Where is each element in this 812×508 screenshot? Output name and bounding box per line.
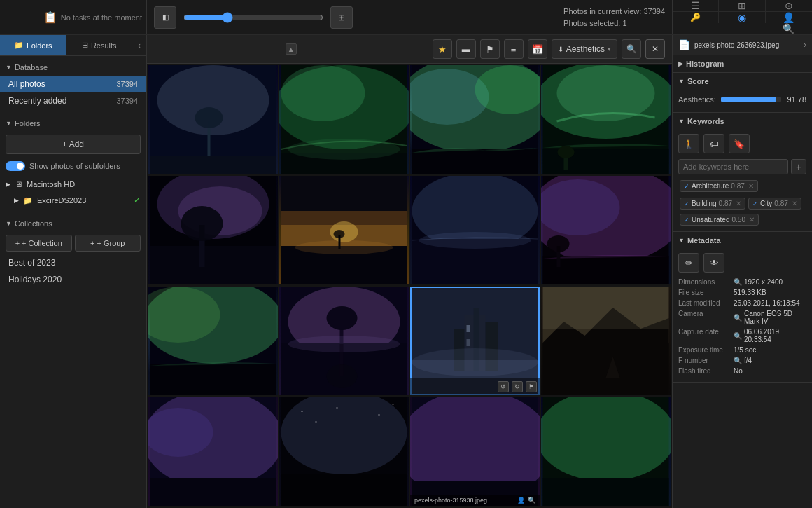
add-group-icon: + — [90, 239, 94, 247]
photo-item-7[interactable] — [410, 176, 540, 284]
camera-text: Canon EOS 5D Mark IV — [744, 310, 806, 325]
svg-rect-42 — [543, 256, 669, 284]
nav-key-icon[interactable]: 🔑 — [673, 12, 719, 23]
overlay-search-icon[interactable]: 🔍 — [528, 497, 536, 504]
city-remove-btn[interactable]: ✕ — [792, 200, 797, 207]
photo-rotate-right-btn[interactable]: ↻ — [512, 381, 523, 392]
photo-item-4[interactable] — [541, 65, 671, 174]
search-button[interactable]: 🔍 — [622, 39, 641, 59]
sidebar-item-recently-added[interactable]: Recently added 37394 — [0, 92, 146, 109]
nav-people-icon[interactable]: 👤 — [766, 12, 812, 23]
list-view-button[interactable]: ≡ — [504, 39, 524, 59]
sidebar-tabs: 📁 Folders ⊞ Results ‹ — [0, 35, 146, 56]
metadata-header[interactable]: ▼ Metadata — [673, 232, 812, 249]
photo-info-btn[interactable]: ⚑ — [526, 381, 537, 392]
add-collection-label: + Collection — [22, 239, 62, 247]
photo-item-5[interactable] — [148, 176, 278, 284]
photo-item-6[interactable] — [279, 176, 409, 284]
keyword-bookmark-icon-btn[interactable]: 🔖 — [729, 134, 750, 153]
f-number-label: F number — [678, 357, 731, 364]
keyword-tag-icon-btn[interactable]: 🏷 — [704, 134, 724, 153]
aesthetics-dropdown[interactable]: ⬇ Aesthetics ▾ — [552, 39, 617, 59]
photo-item-1[interactable] — [148, 65, 278, 174]
tab-results[interactable]: ⊞ Results — [66, 35, 133, 55]
sidebar-collapse-btn[interactable]: ‹ — [132, 35, 146, 55]
macintosh-hd-label: Macintosh HD — [27, 180, 75, 188]
calendar-filter-button[interactable]: 📅 — [528, 39, 547, 59]
tab-folders[interactable]: 📁 Folders — [0, 35, 66, 55]
add-keyword-button[interactable]: + — [791, 159, 806, 174]
aesthetics-score-row: Aesthetics: 91.78 — [678, 95, 806, 104]
overlay-people-icon[interactable]: 👤 — [517, 497, 525, 504]
photo-item-3[interactable] — [410, 65, 540, 174]
thumbnail-size-slider[interactable] — [183, 12, 323, 23]
photo-item-10[interactable] — [279, 287, 409, 395]
nav-menu-icon[interactable]: ☰ — [673, 0, 719, 12]
svg-rect-61 — [467, 339, 470, 346]
star-filter-button[interactable]: ★ — [433, 39, 452, 59]
right-panel-expand-btn[interactable]: › — [804, 40, 806, 50]
thumbnail-size-small-icon[interactable]: ◧ — [154, 6, 176, 29]
dimensions-search-icon: 🔍 — [734, 278, 742, 286]
photo-item-9[interactable] — [148, 287, 278, 395]
histogram-header[interactable]: ▶ Histogram — [673, 55, 812, 72]
photo-item-8[interactable] — [541, 176, 671, 284]
svg-rect-4 — [150, 156, 276, 174]
dimensions-text: 1920 x 2400 — [744, 278, 783, 286]
top-bar-left: 📋 No tasks at the moment — [0, 0, 147, 34]
close-filter-button[interactable]: ✕ — [645, 39, 665, 59]
add-group-button[interactable]: + + Group — [75, 235, 141, 252]
right-panel: 📄 pexels-photo-2636923.jpeg › ▶ Histogra… — [672, 35, 812, 508]
photo-item-16[interactable] — [541, 397, 671, 506]
collection-holidays-2020[interactable]: Holidays 2020 — [0, 271, 146, 288]
folders-section: ▼ Folders + Add Show photos of subfolder… — [0, 112, 146, 212]
aesthetics-score-bar — [721, 97, 776, 102]
unsaturated-remove-btn[interactable]: ✕ — [749, 216, 755, 224]
keywords-content: 🚶 🏷 🔖 + ✓ Architecture 0.87 ✕ — [673, 130, 812, 231]
nav-search-icon[interactable]: 🔍 — [766, 23, 812, 35]
photo-item-12[interactable] — [541, 287, 671, 395]
folder-macintosh-hd[interactable]: ▶ 🖥 Macintosh HD — [0, 177, 146, 192]
add-keyword-input[interactable] — [678, 159, 788, 174]
flag-filter-button[interactable]: ⚑ — [480, 39, 500, 59]
nav-copy-icon[interactable]: ⊞ — [719, 0, 765, 12]
svg-rect-69 — [543, 287, 669, 329]
histogram-arrow-icon: ▶ — [678, 60, 683, 67]
keyword-person-icon-btn[interactable]: 🚶 — [678, 134, 699, 153]
metadata-view-btn[interactable]: 👁 — [704, 253, 724, 273]
keywords-header[interactable]: ▼ Keywords — [673, 113, 812, 130]
photo-item-11[interactable]: ↺ ↻ ⚑ — [410, 287, 540, 395]
photo-rotate-left-btn[interactable]: ↺ — [498, 381, 509, 392]
svg-point-86 — [541, 397, 671, 481]
photo-item-15[interactable]: pexels-photo-315938.jpeg 👤 🔍 — [410, 397, 540, 506]
collections-header[interactable]: ▼ Collections — [0, 215, 146, 232]
add-collection-button[interactable]: + + Collection — [6, 235, 72, 252]
architecture-remove-btn[interactable]: ✕ — [748, 182, 754, 190]
svg-point-56 — [327, 364, 358, 388]
photo-item-2[interactable] — [279, 65, 409, 174]
folder-excire-ds2023[interactable]: ▶ 📁 ExcireDS2023 ✓ — [0, 192, 146, 209]
label-filter-button[interactable]: ▬ — [456, 39, 476, 59]
metadata-edit-btn[interactable]: ✏ — [678, 253, 699, 273]
add-group-label: + Group — [97, 239, 125, 247]
collection-best-of-2023[interactable]: Best of 2023 — [0, 254, 146, 271]
building-remove-btn[interactable]: ✕ — [736, 200, 741, 207]
score-header[interactable]: ▼ Score — [673, 73, 812, 90]
thumbnail-size-large-icon[interactable]: ⊞ — [330, 6, 353, 29]
photo-overlay-actions: 👤 🔍 — [517, 497, 536, 504]
photo-item-14[interactable] — [279, 397, 409, 506]
photo-item-13[interactable] — [148, 397, 278, 506]
sidebar-item-all-photos[interactable]: All photos 37394 — [0, 76, 146, 92]
add-folder-button[interactable]: + Add — [6, 135, 141, 154]
top-bar-center: ◧ ⊞ Photos in current view: 37394 Photos… — [147, 0, 672, 34]
aesthetics-dropdown-label: Aesthetics — [566, 44, 605, 54]
nav-location-icon[interactable]: ⊙ — [766, 0, 812, 12]
collapse-up-btn[interactable]: ▲ — [286, 43, 297, 55]
database-header[interactable]: ▼ Database — [0, 59, 146, 76]
nav-eye-icon[interactable]: ◉ — [719, 12, 765, 23]
svg-point-54 — [288, 336, 400, 352]
score-arrow-icon: ▼ — [678, 78, 685, 85]
show-subfolders-toggle[interactable] — [6, 161, 25, 171]
excire-label: ExcireDS2023 — [37, 196, 130, 205]
folders-header[interactable]: ▼ Folders — [0, 115, 146, 132]
